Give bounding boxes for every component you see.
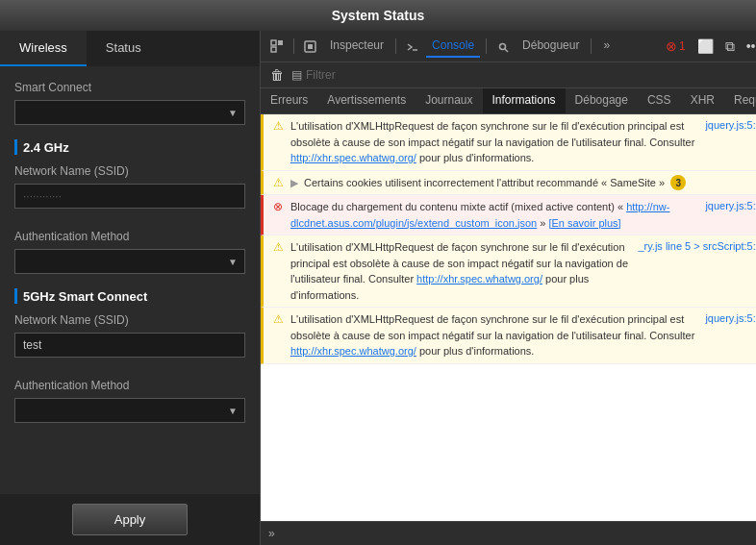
devtools-toolbar: Inspecteur Console Débogueur » bbox=[261, 31, 756, 62]
section-24ghz-bar bbox=[14, 139, 17, 155]
log-entry-5: ⚠ L'utilisation d'XMLHttpRequest de faço… bbox=[261, 308, 756, 364]
svg-point-6 bbox=[500, 43, 506, 49]
log-text-2: ▶ Certains cookies utilisent incorrectem… bbox=[290, 175, 756, 191]
dock-btn[interactable]: ⬜ bbox=[693, 37, 718, 56]
tab-css[interactable]: CSS bbox=[638, 88, 681, 113]
auth-method-5-select-wrapper: Open WPA2-Personal bbox=[14, 398, 245, 423]
log-link-4[interactable]: http://xhr.spec.whatwg.org/ bbox=[416, 273, 542, 285]
tab-status[interactable]: Status bbox=[87, 31, 161, 66]
auth-method-5-select[interactable]: Open WPA2-Personal bbox=[14, 398, 245, 423]
left-panel: Wireless Status Smart Connect Enable Dis… bbox=[0, 31, 260, 545]
filter-icon: ▤ bbox=[291, 68, 302, 82]
auth-method-24-label: Authentication Method bbox=[14, 230, 245, 243]
section-5ghz-title: 5GHz Smart Connect bbox=[23, 289, 147, 304]
tab-inspector[interactable]: Inspecteur bbox=[324, 35, 390, 58]
log-entry-4: ⚠ L'utilisation d'XMLHttpRequest de faço… bbox=[261, 235, 756, 308]
undock-btn[interactable]: ⧉ bbox=[721, 37, 739, 57]
tab-wireless[interactable]: Wireless bbox=[0, 31, 87, 66]
title-bar: System Status bbox=[0, 0, 756, 31]
inspector-tab-btn[interactable] bbox=[300, 38, 320, 55]
console-icon-btn[interactable] bbox=[402, 38, 422, 55]
svg-rect-0 bbox=[271, 40, 276, 45]
log-text-1: L'utilisation d'XMLHttpRequest de façon … bbox=[290, 118, 699, 166]
log-source-5[interactable]: jquery.js:5:17962 bbox=[705, 312, 756, 324]
apply-area: Apply bbox=[0, 494, 260, 545]
toolbar-sep-3 bbox=[486, 38, 487, 54]
debugger-icon-btn[interactable] bbox=[492, 38, 513, 55]
tab-bar: Wireless Status bbox=[0, 31, 260, 66]
err-icon-3: ⊗ bbox=[271, 200, 285, 213]
section-5ghz-bar bbox=[14, 288, 17, 304]
network-name-5-input[interactable] bbox=[14, 333, 245, 358]
tab-avertissements[interactable]: Avertissements bbox=[317, 88, 416, 113]
network-name-24-label: Network Name (SSID) bbox=[14, 164, 245, 178]
network-name-5-group: Network Name (SSID) bbox=[14, 313, 245, 367]
log-entry-2: ⚠ ▶ Certains cookies utilisent incorrect… bbox=[261, 171, 756, 196]
filter-input[interactable] bbox=[306, 68, 756, 82]
log-text-4: L'utilisation d'XMLHttpRequest de façon … bbox=[290, 239, 632, 303]
smart-connect-label: Smart Connect bbox=[14, 81, 245, 94]
clear-console-btn[interactable]: 🗑 bbox=[266, 65, 288, 85]
svg-rect-4 bbox=[308, 44, 313, 49]
devtools-panel: Inspecteur Console Débogueur » bbox=[260, 31, 756, 545]
expand-arrow-2[interactable]: ▶ bbox=[290, 177, 298, 188]
log-source-3[interactable]: jquery.js:5:18238 bbox=[705, 200, 756, 211]
toolbar-sep-2 bbox=[395, 38, 396, 54]
warn-icon-4: ⚠ bbox=[271, 240, 285, 254]
warn-icon-5: ⚠ bbox=[271, 312, 285, 326]
log-entry-1: ⚠ L'utilisation d'XMLHttpRequest de faço… bbox=[261, 114, 756, 171]
tab-debogage[interactable]: Débogage bbox=[566, 88, 638, 113]
inspect-icon-btn[interactable] bbox=[266, 37, 288, 55]
warn-icon-2: ⚠ bbox=[271, 176, 285, 189]
tab-informations[interactable]: Informations bbox=[483, 88, 566, 113]
title-text: System Status bbox=[332, 8, 424, 23]
log-entry-3: ⊗ Blocage du chargement du contenu mixte… bbox=[261, 195, 756, 235]
tab-xhr[interactable]: XHR bbox=[681, 88, 724, 113]
devtools-console-tab-bar: Erreurs Avertissements Journaux Informat… bbox=[261, 88, 756, 114]
tab-requests[interactable]: Requêtes bbox=[724, 88, 756, 113]
bottom-bar-arrows[interactable]: » bbox=[268, 527, 275, 540]
auth-method-24-select-wrapper: Open WPA2-Personal bbox=[14, 249, 245, 274]
network-name-24-input[interactable] bbox=[14, 184, 245, 209]
log-link-5[interactable]: http://xhr.spec.whatwg.org/ bbox=[290, 345, 416, 357]
auth-method-5-group: Authentication Method Open WPA2-Personal bbox=[14, 379, 245, 423]
auth-method-24-select[interactable]: Open WPA2-Personal bbox=[14, 249, 245, 274]
log-link-3b[interactable]: [En savoir plus] bbox=[548, 217, 620, 229]
log-link-1[interactable]: http://xhr.spec.whatwg.org/ bbox=[290, 152, 416, 163]
toolbar-sep-1 bbox=[293, 38, 294, 54]
section-24ghz-title: 2.4 GHz bbox=[23, 140, 69, 155]
more-options-btn[interactable]: ••• bbox=[743, 37, 756, 56]
left-content: Smart Connect Enable Disable 2.4 GHz Net… bbox=[0, 66, 260, 494]
devtools-bottom-bar: » ⊞ bbox=[261, 521, 756, 545]
devtools-content: ⚠ L'utilisation d'XMLHttpRequest de faço… bbox=[261, 114, 756, 521]
network-name-24-group: Network Name (SSID) bbox=[14, 164, 245, 218]
log-source-4[interactable]: _ry.js line 5 > srcScript:5:17962 bbox=[638, 240, 756, 252]
log-source-1[interactable]: jquery.js:5:17962 bbox=[705, 119, 756, 131]
auth-method-24-group: Authentication Method Open WPA2-Personal bbox=[14, 230, 245, 274]
section-24ghz-header: 2.4 GHz bbox=[14, 139, 245, 155]
error-badge: ⊗ 1 bbox=[662, 37, 690, 56]
tab-console[interactable]: Console bbox=[426, 35, 480, 58]
network-name-5-label: Network Name (SSID) bbox=[14, 313, 245, 327]
apply-button[interactable]: Apply bbox=[72, 504, 188, 535]
smart-connect-select[interactable]: Enable Disable bbox=[14, 100, 245, 125]
toolbar-sep-4 bbox=[591, 38, 592, 54]
devtools-filter-bar: 🗑 ▤ ⚙ bbox=[261, 62, 756, 88]
tab-more[interactable]: » bbox=[597, 35, 616, 58]
svg-rect-2 bbox=[278, 40, 283, 45]
badge-2: 3 bbox=[670, 175, 686, 190]
tab-erreurs[interactable]: Erreurs bbox=[261, 88, 317, 113]
section-5ghz-header: 5GHz Smart Connect bbox=[14, 288, 245, 304]
tab-debugger[interactable]: Débogueur bbox=[517, 35, 585, 58]
tab-journaux[interactable]: Journaux bbox=[416, 88, 482, 113]
smart-connect-select-wrapper: Enable Disable bbox=[14, 100, 245, 125]
log-text-3: Blocage du chargement du contenu mixte a… bbox=[290, 199, 699, 231]
smart-connect-group: Smart Connect Enable Disable bbox=[14, 81, 245, 125]
svg-rect-1 bbox=[271, 47, 276, 52]
log-text-5: L'utilisation d'XMLHttpRequest de façon … bbox=[290, 311, 699, 359]
svg-line-7 bbox=[505, 49, 508, 52]
auth-method-5-label: Authentication Method bbox=[14, 379, 245, 392]
warn-icon-1: ⚠ bbox=[271, 119, 285, 133]
